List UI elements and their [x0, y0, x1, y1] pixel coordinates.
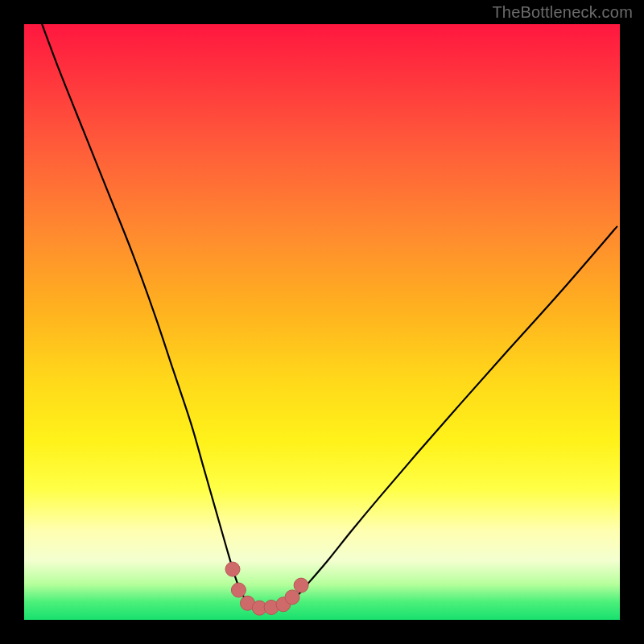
highlight-point — [225, 562, 240, 576]
bottleneck-curve — [42, 24, 617, 608]
chart-frame: TheBottleneck.com — [0, 0, 644, 644]
highlight-point — [231, 583, 246, 597]
curve-layer — [24, 24, 620, 620]
highlight-point — [285, 590, 299, 605]
highlight-point — [294, 578, 308, 592]
highlight-points — [225, 562, 308, 615]
watermark-text: TheBottleneck.com — [492, 3, 633, 22]
